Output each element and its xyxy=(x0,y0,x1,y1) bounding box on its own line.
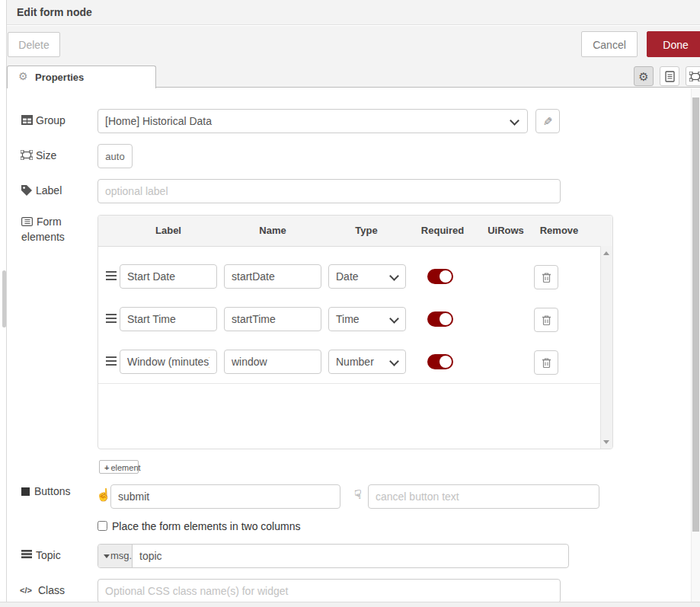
element-type-select[interactable]: Date xyxy=(328,264,406,289)
cancel-button[interactable]: Cancel xyxy=(581,31,638,57)
list-scrollbar[interactable] xyxy=(600,246,612,449)
thumbs-up-icon: ☝ xyxy=(96,489,111,501)
class-label: Class xyxy=(38,584,65,596)
list-alt-icon xyxy=(21,217,33,226)
topic-type-label: msg. xyxy=(110,550,132,561)
caret-down-icon xyxy=(104,554,110,558)
toggle-knob xyxy=(439,270,452,283)
content-scrollbar[interactable] xyxy=(691,88,700,602)
topic-value: topic xyxy=(139,550,162,562)
form-element-row: Number xyxy=(98,340,603,384)
column-header-name: Name xyxy=(259,225,286,236)
trash-icon xyxy=(542,357,551,369)
element-type-value: Number xyxy=(336,356,374,368)
drag-handle-icon[interactable] xyxy=(106,356,117,366)
file-text-icon xyxy=(665,71,675,82)
element-label-input[interactable] xyxy=(120,307,217,331)
remove-element-button[interactable] xyxy=(534,350,558,375)
form-elements-table: Label Name Type Required UiRows Remove D… xyxy=(97,215,613,449)
topic-typed-input[interactable]: msg. topic xyxy=(97,544,569,568)
chevron-down-icon xyxy=(510,116,519,126)
buttons-label: Buttons xyxy=(34,485,70,497)
plus-icon: + xyxy=(104,463,109,472)
code-icon: </> xyxy=(20,586,32,595)
table-icon xyxy=(21,115,33,125)
form-elements-label-line1: Form xyxy=(37,216,62,228)
column-header-type: Type xyxy=(355,225,377,236)
scroll-down-icon[interactable] xyxy=(603,440,609,444)
edit-group-button[interactable]: ✎ xyxy=(535,109,560,133)
trash-icon xyxy=(542,315,551,326)
group-label: Group xyxy=(36,114,66,126)
required-toggle[interactable] xyxy=(427,311,453,327)
topic-type-button[interactable]: msg. xyxy=(98,545,133,567)
cancel-button-text-input[interactable] xyxy=(368,484,599,509)
remove-element-button[interactable] xyxy=(534,265,558,289)
column-header-label: Label xyxy=(155,225,181,236)
add-element-button[interactable]: +element xyxy=(99,460,139,474)
form-elements-label-line2: elements xyxy=(21,231,65,243)
drag-handle-icon[interactable] xyxy=(106,271,117,280)
topic-label: Topic xyxy=(36,549,61,561)
form-element-row: Date xyxy=(98,255,603,299)
done-button[interactable]: Done xyxy=(647,31,700,57)
submit-button-text-input[interactable] xyxy=(110,484,340,509)
gear-icon: ⚙ xyxy=(638,71,648,82)
element-label-input[interactable] xyxy=(120,350,217,374)
element-name-input[interactable] xyxy=(224,307,321,331)
group-select[interactable]: [Home] Historical Data xyxy=(97,109,528,133)
form-elements-header: Label Name Type Required UiRows Remove xyxy=(98,216,612,247)
label-field-label: Label xyxy=(36,184,62,196)
label-input[interactable] xyxy=(97,179,561,203)
required-toggle[interactable] xyxy=(427,269,453,284)
column-header-required: Required xyxy=(421,225,464,236)
column-header-remove: Remove xyxy=(540,225,579,236)
tab-properties-label: Properties xyxy=(35,72,84,83)
chevron-down-icon xyxy=(389,314,399,324)
appearance-view-button[interactable] xyxy=(686,66,700,86)
tray-left-border xyxy=(6,0,7,607)
scroll-up-icon[interactable] xyxy=(603,251,609,255)
element-label-input[interactable] xyxy=(120,264,217,289)
toggle-knob xyxy=(439,313,452,325)
object-group-icon xyxy=(21,150,33,160)
drag-handle-icon[interactable] xyxy=(106,314,117,323)
element-type-value: Time xyxy=(336,313,360,325)
tray-resize-handle[interactable] xyxy=(2,270,6,327)
element-name-input[interactable] xyxy=(224,264,321,289)
trash-icon xyxy=(542,272,551,283)
gear-icon: ⚙ xyxy=(18,70,28,82)
add-element-label: element xyxy=(110,463,140,472)
scrollbar-thumb[interactable] xyxy=(692,97,699,532)
edit-form-node-dialog: Edit form node Delete Cancel Done ⚙ Prop… xyxy=(0,0,700,607)
tasks-icon xyxy=(21,550,32,558)
element-name-input[interactable] xyxy=(224,350,321,374)
two-columns-checkbox[interactable] xyxy=(97,521,107,531)
thumbs-down-icon: ☟ xyxy=(354,489,362,501)
element-type-select[interactable]: Number xyxy=(328,350,406,374)
dialog-title: Edit form node xyxy=(17,6,92,18)
size-auto-button[interactable]: auto xyxy=(97,144,133,168)
toggle-knob xyxy=(439,356,452,368)
column-header-uirows: UiRows xyxy=(487,225,524,236)
element-type-select[interactable]: Time xyxy=(328,307,406,331)
two-columns-label[interactable]: Place the form elements in two columns xyxy=(112,520,300,532)
object-group-icon xyxy=(689,72,700,81)
dialog-titlebar: Edit form node xyxy=(7,0,700,25)
description-view-button[interactable] xyxy=(660,66,679,86)
square-icon xyxy=(21,487,30,496)
pencil-icon: ✎ xyxy=(543,110,553,133)
bottom-edge xyxy=(0,602,700,607)
class-input[interactable] xyxy=(97,579,561,603)
chevron-down-icon xyxy=(389,271,399,281)
size-label: Size xyxy=(36,149,56,161)
chevron-down-icon xyxy=(389,356,399,366)
tab-properties[interactable]: ⚙ Properties xyxy=(7,65,156,88)
form-element-row: Time xyxy=(98,298,603,341)
remove-element-button[interactable] xyxy=(534,308,558,332)
tag-icon xyxy=(21,185,32,196)
element-type-value: Date xyxy=(336,270,359,283)
delete-button[interactable]: Delete xyxy=(8,32,60,57)
properties-view-button[interactable]: ⚙ xyxy=(634,66,654,86)
required-toggle[interactable] xyxy=(427,354,453,369)
